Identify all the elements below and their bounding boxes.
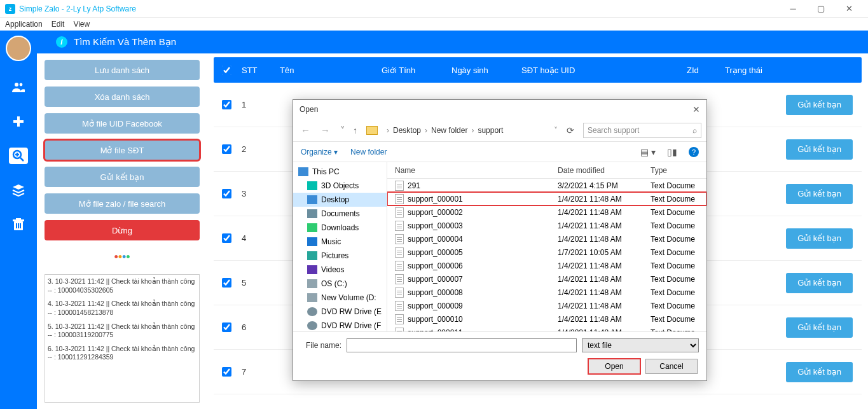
- tree-item[interactable]: DVD RW Drive (E: [293, 305, 387, 319]
- col-name[interactable]: Name: [395, 166, 558, 175]
- stop-button[interactable]: Dừng: [45, 220, 200, 240]
- tree-item[interactable]: This PC: [293, 165, 387, 179]
- col-date[interactable]: Date modified: [558, 166, 651, 175]
- file-icon: [395, 221, 404, 231]
- file-row[interactable]: support_000001 1/4/2021 11:48 AM Text Do…: [387, 192, 706, 205]
- new-folder-button[interactable]: New folder: [350, 148, 387, 156]
- row-send-button[interactable]: Gửi kết bạn: [786, 95, 853, 115]
- file-row[interactable]: support_000010 1/4/2021 11:48 AM Text Do…: [387, 312, 706, 326]
- tree-item[interactable]: Documents: [293, 207, 387, 221]
- file-row[interactable]: support_000011 1/4/2021 11:48 AM Text Do…: [387, 326, 706, 331]
- refresh-icon[interactable]: ⟳: [563, 125, 578, 135]
- sidebar: [0, 31, 37, 409]
- filetype-select[interactable]: text file: [582, 338, 699, 352]
- open-zalo-button[interactable]: Mở file zalo / file search: [45, 193, 200, 214]
- filename-input[interactable]: [347, 338, 577, 352]
- row-checkbox[interactable]: [222, 367, 231, 377]
- row-send-button[interactable]: Gửi kết bạn: [786, 273, 853, 293]
- save-list-button[interactable]: Lưu danh sách: [45, 60, 200, 80]
- dropdown-history-icon[interactable]: ˅: [338, 125, 348, 136]
- file-row[interactable]: support_000004 1/4/2021 11:48 AM Text Do…: [387, 232, 706, 246]
- organize-menu[interactable]: Organize ▾: [301, 148, 338, 156]
- row-send-button[interactable]: Gửi kết bạn: [786, 317, 853, 338]
- crumb-desktop[interactable]: Desktop: [393, 126, 421, 135]
- search-zoom-icon[interactable]: [9, 148, 28, 164]
- preview-pane-icon[interactable]: ▯▮: [667, 147, 677, 157]
- menu-edit[interactable]: Edit: [52, 20, 65, 29]
- plus-icon[interactable]: [9, 113, 28, 130]
- menu-application[interactable]: Application: [5, 20, 43, 29]
- tree-label: Desktop: [321, 195, 349, 204]
- row-send-button[interactable]: Gửi kết bạn: [786, 184, 853, 204]
- close-button[interactable]: ✕: [835, 0, 863, 18]
- log-panel[interactable]: 3. 10-3-2021 11:42 || Check tài khoản th…: [45, 274, 200, 403]
- folder-icon: [307, 209, 317, 218]
- file-row[interactable]: support_000009 1/4/2021 11:48 AM Text Do…: [387, 299, 706, 312]
- file-row[interactable]: support_000006 1/4/2021 11:48 AM Text Do…: [387, 259, 706, 272]
- send-friend-button[interactable]: Gửi kết bạn: [45, 167, 200, 187]
- up-icon[interactable]: ↑: [353, 125, 357, 135]
- open-button[interactable]: Open: [588, 359, 640, 374]
- tree-item[interactable]: 3D Objects: [293, 179, 387, 193]
- tree-item[interactable]: Desktop: [293, 193, 387, 207]
- file-row[interactable]: 291 3/2/2021 4:15 PM Text Docume: [387, 179, 706, 192]
- row-send-button[interactable]: Gửi kết bạn: [786, 228, 853, 249]
- row-checkbox[interactable]: [222, 144, 231, 154]
- tree-item[interactable]: Pictures: [293, 249, 387, 263]
- open-sdt-button[interactable]: Mở file SĐT: [45, 140, 200, 160]
- clear-list-button[interactable]: Xóa danh sách: [45, 87, 200, 107]
- help-icon[interactable]: ?: [689, 147, 699, 157]
- tree-item[interactable]: DVD RW Drive (F: [293, 319, 387, 331]
- menu-view[interactable]: View: [73, 20, 90, 29]
- cancel-button[interactable]: Cancel: [645, 359, 698, 374]
- file-row[interactable]: support_000008 1/4/2021 11:48 AM Text Do…: [387, 286, 706, 299]
- file-icon: [395, 328, 404, 332]
- layers-icon[interactable]: [9, 182, 28, 198]
- select-all-checkbox[interactable]: [222, 66, 231, 75]
- row-checkbox[interactable]: [222, 233, 231, 243]
- view-mode-icon[interactable]: ▤ ▾: [640, 147, 656, 157]
- row-checkbox[interactable]: [222, 100, 231, 109]
- back-icon[interactable]: ←: [298, 125, 313, 135]
- file-row[interactable]: support_000002 1/4/2021 11:48 AM Text Do…: [387, 205, 706, 219]
- tree-label: Downloads: [321, 223, 359, 232]
- search-input[interactable]: Search support ⌕: [583, 123, 701, 138]
- folder-icon: [307, 265, 317, 274]
- file-icon: [395, 314, 404, 324]
- file-row[interactable]: support_000005 1/7/2021 10:05 AM Text Do…: [387, 246, 706, 259]
- crumb-newfolder[interactable]: New folder: [431, 126, 467, 135]
- row-checkbox[interactable]: [222, 189, 231, 198]
- row-checkbox[interactable]: [222, 322, 231, 332]
- row-stt: 6: [239, 322, 277, 332]
- folder-icon: [307, 321, 317, 330]
- tree-item[interactable]: Videos: [293, 263, 387, 277]
- file-row[interactable]: support_000003 1/4/2021 11:48 AM Text Do…: [387, 219, 706, 232]
- tree-item[interactable]: OS (C:): [293, 277, 387, 291]
- row-checkbox[interactable]: [222, 278, 231, 288]
- tree-item[interactable]: New Volume (D:: [293, 291, 387, 305]
- app-icon: z: [5, 4, 15, 14]
- tree-item[interactable]: Downloads: [293, 221, 387, 235]
- crumb-support[interactable]: support: [478, 126, 503, 135]
- trash-icon[interactable]: [9, 216, 28, 233]
- maximize-button[interactable]: ▢: [807, 0, 835, 18]
- file-list[interactable]: 291 3/2/2021 4:15 PM Text Documesupport_…: [387, 179, 706, 331]
- users-icon[interactable]: [9, 79, 28, 95]
- forward-icon[interactable]: →: [318, 125, 333, 135]
- open-uid-button[interactable]: Mở file UID Facebook: [45, 113, 200, 134]
- breadcrumb[interactable]: ›Desktop ›New folder ›support ˅: [387, 126, 558, 135]
- folder-tree[interactable]: This PC3D ObjectsDesktopDocumentsDownloa…: [293, 162, 387, 331]
- row-send-button[interactable]: Gửi kết bạn: [786, 139, 853, 160]
- file-row[interactable]: support_000007 1/4/2021 11:48 AM Text Do…: [387, 272, 706, 286]
- avatar[interactable]: [6, 36, 31, 61]
- col-sdt: SĐT hoặc UID: [519, 66, 684, 75]
- chevron-down-icon[interactable]: ˅: [554, 126, 558, 135]
- dialog-close-button[interactable]: ✕: [692, 104, 700, 114]
- tree-item[interactable]: Music: [293, 235, 387, 249]
- svg-line-5: [20, 158, 24, 161]
- file-icon: [395, 207, 404, 218]
- col-type[interactable]: Type: [651, 166, 706, 175]
- row-send-button[interactable]: Gửi kết bạn: [786, 362, 853, 382]
- minimize-button[interactable]: ─: [779, 0, 807, 18]
- filename-label: File name:: [301, 341, 341, 350]
